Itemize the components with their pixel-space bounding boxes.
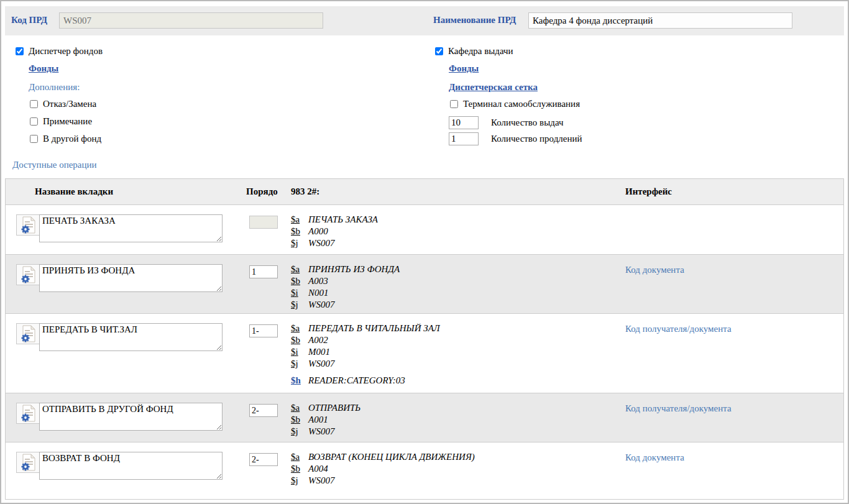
additions-link[interactable]: Дополнения: xyxy=(29,82,80,93)
refusal-label: Отказ/Замена xyxy=(43,99,96,109)
lending-desk-label: Кафедра выдачи xyxy=(448,46,513,57)
lending-desk-checkbox-row[interactable]: Кафедра выдачи xyxy=(435,46,513,57)
subfields-block: $aПРИНЯТЬ ИЗ ФОНДА $bA003 $iN001 $jWS007 xyxy=(291,263,400,311)
lending-desk-checkbox[interactable] xyxy=(435,47,443,55)
table-header-row: Название вкладки Порядо 983 2#: Интерфей… xyxy=(6,179,843,205)
subfield-line: $aПЕЧАТЬ ЗАКАЗА xyxy=(291,214,378,226)
fund-dispatcher-checkbox[interactable] xyxy=(16,47,24,55)
subfield-value: ПЕЧАТЬ ЗАКАЗА xyxy=(308,214,378,224)
fund-dispatcher-label: Диспетчер фондов xyxy=(29,46,103,57)
subfield-line: $iM001 xyxy=(291,346,440,358)
subfield-value: WS007 xyxy=(308,300,335,309)
tab-name-textarea[interactable]: ОТПРАВИТЬ В ДРУГОЙ ФОНД xyxy=(39,403,223,431)
order-input[interactable] xyxy=(249,404,278,417)
interface-link[interactable]: Код документа xyxy=(625,265,684,275)
subfield-value: READER:CATEGORY:03 xyxy=(308,375,405,385)
table-row: ПЕЧАТЬ ЗАКАЗА $aПЕЧАТЬ ЗАКАЗА $bA000 $jW… xyxy=(6,205,843,255)
subfield-line: $hREADER:CATEGORY:03 xyxy=(291,375,440,387)
fund-dispatcher-checkbox-row[interactable]: Диспетчер фондов xyxy=(16,46,103,57)
subfield-value: M001 xyxy=(308,347,330,357)
self-service-terminal-checkbox[interactable] xyxy=(450,100,458,108)
document-gear-icon xyxy=(20,405,37,422)
subfield-code-link[interactable]: $i xyxy=(291,287,305,299)
subfield-value: A003 xyxy=(308,276,328,286)
left-funds-link[interactable]: Фонды xyxy=(29,63,58,74)
subfield-code-link[interactable]: $b xyxy=(291,275,305,287)
row-settings-button[interactable] xyxy=(16,452,40,473)
subfield-code-link[interactable]: $b xyxy=(291,463,305,475)
subfield-line: $bA001 xyxy=(291,414,360,426)
subfield-line: $bA000 xyxy=(291,226,378,237)
subfield-line: $jWS007 xyxy=(291,475,475,487)
subfield-code-link[interactable]: $b xyxy=(291,414,305,426)
issue-count-label: Количество выдач xyxy=(491,117,563,128)
subfield-code-link[interactable]: $i xyxy=(291,346,305,358)
subfield-line: $aОТПРАВИТЬ xyxy=(291,402,360,414)
tab-name-textarea[interactable]: ПЕРЕДАТЬ В ЧИТ.ЗАЛ xyxy=(39,323,223,351)
self-service-terminal-row[interactable]: Терминал самообслуживания xyxy=(450,99,580,109)
subfield-code-link[interactable]: $a xyxy=(291,263,305,275)
subfield-value: WS007 xyxy=(308,359,335,369)
subfield-code-link[interactable]: $j xyxy=(291,358,305,370)
document-gear-icon xyxy=(20,325,37,342)
subfield-h-code-link[interactable]: $h xyxy=(291,375,305,387)
subfield-value: A002 xyxy=(308,335,328,345)
header-bar: Код ПРД Наименование ПРД xyxy=(5,6,844,35)
subfield-value: ПРИНЯТЬ ИЗ ФОНДА xyxy=(308,264,400,274)
subfields-block: $aВОЗВРАТ (КОНЕЦ ЦИКЛА ДВИЖЕНИЯ) $bA004 … xyxy=(291,451,475,487)
row-settings-button[interactable] xyxy=(16,214,40,236)
subfield-line: $jWS007 xyxy=(291,358,440,370)
option-note-row[interactable]: Примечание xyxy=(30,116,92,127)
other-fund-checkbox[interactable] xyxy=(30,135,38,143)
tab-name-textarea[interactable]: ВОЗВРАТ В ФОНД xyxy=(39,452,223,480)
order-input xyxy=(249,216,278,229)
order-input[interactable] xyxy=(249,453,278,466)
interface-link[interactable]: Код документа xyxy=(625,452,684,463)
option-refusal-row[interactable]: Отказ/Замена xyxy=(30,99,96,109)
subfield-line: $aПЕРЕДАТЬ В ЧИТАЛЬНЫЙ ЗАЛ xyxy=(291,323,440,334)
subfield-line: $jWS007 xyxy=(291,237,378,249)
prolong-count-input[interactable] xyxy=(449,132,479,145)
note-label: Примечание xyxy=(43,116,92,127)
order-input[interactable] xyxy=(249,324,278,337)
subfield-code-link[interactable]: $j xyxy=(291,237,305,249)
subfield-code-link[interactable]: $a xyxy=(291,451,305,463)
table-row: ПРИНЯТЬ ИЗ ФОНДА $aПРИНЯТЬ ИЗ ФОНДА $bA0… xyxy=(6,255,843,314)
subfield-value: ОТПРАВИТЬ xyxy=(308,403,360,413)
subfield-code-link[interactable]: $a xyxy=(291,402,305,414)
prd-code-input xyxy=(59,12,323,29)
order-input[interactable] xyxy=(249,265,278,278)
document-gear-icon xyxy=(20,266,37,283)
note-checkbox[interactable] xyxy=(30,117,38,126)
subfield-code-link[interactable]: $j xyxy=(291,426,305,438)
prd-name-input[interactable] xyxy=(528,12,792,29)
row-settings-button[interactable] xyxy=(16,323,40,344)
refusal-checkbox[interactable] xyxy=(30,100,38,108)
col-header-interface: Интерфейс xyxy=(625,186,672,197)
available-operations-link[interactable]: Доступные операции xyxy=(12,160,97,170)
subfield-code-link[interactable]: $a xyxy=(291,214,305,226)
issue-count-input[interactable] xyxy=(449,116,479,129)
subfield-code-link[interactable]: $a xyxy=(291,323,305,334)
document-gear-icon xyxy=(20,216,37,234)
subfield-code-link[interactable]: $b xyxy=(291,226,305,237)
interface-link[interactable]: Код получателя/документа xyxy=(625,403,732,414)
subfield-code-link[interactable]: $b xyxy=(291,334,305,346)
col-header-order: Порядо xyxy=(246,186,278,197)
dispatcher-grid-link[interactable]: Диспетчерская сетка xyxy=(449,82,538,93)
interface-link[interactable]: Код получателя/документа xyxy=(625,324,732,334)
row-settings-button[interactable] xyxy=(16,403,40,424)
tab-name-textarea[interactable]: ПЕЧАТЬ ЗАКАЗА xyxy=(39,214,223,242)
right-funds-link[interactable]: Фонды xyxy=(449,63,479,74)
subfield-line: $bA003 xyxy=(291,275,400,287)
subfield-line: $jWS007 xyxy=(291,299,400,311)
subfield-code-link[interactable]: $j xyxy=(291,299,305,311)
self-service-terminal-label: Терминал самообслуживания xyxy=(463,99,580,109)
subfield-value: A001 xyxy=(308,415,328,424)
tab-name-textarea[interactable]: ПРИНЯТЬ ИЗ ФОНДА xyxy=(39,264,223,292)
row-settings-button[interactable] xyxy=(16,264,40,285)
subfield-value: N001 xyxy=(308,288,329,298)
option-other-fund-row[interactable]: В другой фонд xyxy=(30,134,101,144)
subfield-line: $aПРИНЯТЬ ИЗ ФОНДА xyxy=(291,263,400,275)
subfield-code-link[interactable]: $j xyxy=(291,475,305,487)
